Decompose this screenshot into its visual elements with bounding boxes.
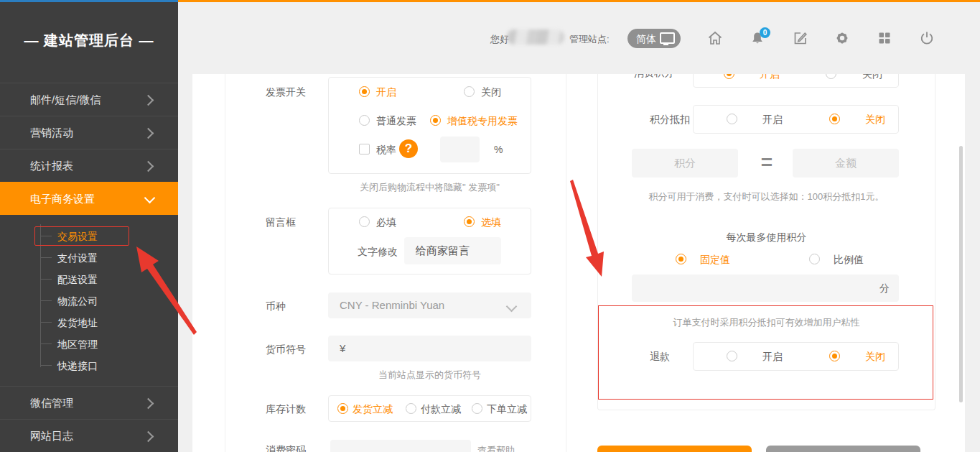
pay-password-input[interactable] — [330, 440, 471, 452]
stock-ship-option[interactable]: 发货立减 — [353, 403, 393, 416]
apps-grid-icon[interactable] — [876, 29, 893, 47]
max-points-title: 每次最多使用积分 — [598, 231, 935, 244]
help-question-icon[interactable]: ? — [399, 139, 418, 158]
refund-off-option[interactable]: 关闭 — [865, 351, 885, 364]
invoice-off-option[interactable]: 关闭 — [481, 86, 501, 99]
sidebar-subitem-region-management[interactable]: 地区管理 — [57, 338, 98, 351]
vat-invoice-radio[interactable] — [430, 115, 441, 126]
sidebar-item-mail-sms-wechat[interactable]: 邮件/短信/微信 — [0, 83, 178, 116]
currency-symbol-hint: 当前站点显示的货币符号 — [328, 369, 531, 382]
points-deduct-off-option[interactable]: 关闭 — [865, 114, 885, 126]
tree-tick — [40, 343, 52, 344]
invoice-on-option[interactable]: 开启 — [376, 86, 396, 99]
bell-badge: 0 — [760, 27, 770, 38]
currency-value: CNY - Renminbi Yuan — [340, 299, 444, 311]
amount-input[interactable]: 金额 — [793, 149, 899, 177]
points-switch-off-option[interactable]: 关闭 — [862, 74, 882, 81]
refund-off-radio[interactable] — [829, 351, 840, 361]
tree-tick — [40, 365, 52, 366]
save-button[interactable] — [597, 446, 752, 452]
submenu-tree-line — [40, 224, 41, 367]
sidebar-subitem-payment-settings[interactable]: 支付设置 — [57, 252, 98, 265]
chevron-down-icon — [506, 301, 518, 313]
fixed-value-radio[interactable] — [676, 254, 686, 264]
header-top-strip — [178, 0, 980, 2]
stock-pay-radio[interactable] — [406, 403, 416, 414]
view-help-link[interactable]: 查看帮助 — [477, 444, 515, 452]
tree-tick — [40, 322, 52, 323]
chevron-right-icon — [143, 95, 154, 106]
max-points-input[interactable] — [632, 275, 899, 302]
equals-sign: = — [758, 149, 775, 177]
sidebar-subitem-shipping-address[interactable]: 发货地址 — [57, 317, 98, 330]
chevron-right-icon — [143, 398, 154, 410]
points-deduct-hint: 积分可用于消费，支付时可以选择如：100积分抵扣1元。 — [598, 190, 935, 203]
tax-rate-label: 税率 — [376, 144, 396, 157]
ratio-value-option[interactable]: 比例值 — [834, 254, 864, 267]
chevron-right-icon — [143, 161, 154, 172]
sidebar-item-site-log[interactable]: 网站日志 — [0, 419, 178, 452]
settings-gear-icon[interactable] — [834, 29, 851, 47]
message-required-option[interactable]: 必填 — [376, 216, 396, 229]
invoice-switch-label: 发票开关 — [266, 86, 306, 99]
tree-tick — [40, 279, 52, 280]
points-input[interactable]: 积分 — [632, 149, 738, 177]
sidebar-subitem-logistics-company[interactable]: 物流公司 — [57, 295, 98, 308]
cancel-button[interactable] — [766, 446, 920, 452]
normal-invoice-radio[interactable] — [359, 115, 370, 126]
refund-on-radio[interactable] — [727, 351, 737, 361]
manage-site-label: 管理站点: — [569, 33, 610, 46]
fixed-value-option[interactable]: 固定值 — [700, 254, 730, 267]
currency-label: 币种 — [266, 300, 286, 313]
chevron-down-icon — [144, 193, 156, 204]
refund-on-option[interactable]: 开启 — [762, 351, 783, 364]
sidebar-item-wechat-management[interactable]: 微信管理 — [0, 386, 178, 419]
points-switch-on-option[interactable]: 开启 — [760, 74, 780, 81]
sidebar-item-ecommerce-settings[interactable]: 电子商务设置 — [0, 182, 178, 215]
points-deduct-off-radio[interactable] — [829, 114, 840, 124]
ratio-value-radio[interactable] — [809, 254, 820, 264]
points-deduct-on-option[interactable]: 开启 — [762, 114, 783, 126]
points-settings-card: 消费积分 开启 关闭 积分抵扣 开启 关闭 积分 = 金额 积分可用于消费，支付… — [597, 74, 935, 410]
invoice-off-radio[interactable] — [464, 86, 475, 97]
stock-order-radio[interactable] — [472, 403, 482, 414]
sidebar-item-marketing[interactable]: 营销活动 — [0, 116, 178, 149]
points-deduct-on-radio[interactable] — [727, 114, 737, 124]
points-unit-suffix: 分 — [879, 282, 890, 295]
sidebar-subitem-delivery-settings[interactable]: 配送设置 — [57, 274, 98, 287]
monitor-icon — [660, 32, 675, 44]
language-site-button[interactable]: 简体 — [627, 29, 681, 48]
home-icon[interactable] — [706, 29, 724, 47]
percent-sign: % — [494, 144, 503, 155]
message-required-radio[interactable] — [359, 216, 370, 227]
message-text-input[interactable]: 给商家留言 — [404, 237, 501, 264]
redacted-username — [507, 29, 564, 45]
language-label: 简体 — [636, 33, 656, 46]
tree-tick — [40, 257, 52, 258]
tax-rate-input[interactable] — [440, 137, 480, 162]
refund-label: 退款 — [650, 351, 670, 364]
stock-ship-radio[interactable] — [337, 403, 348, 414]
message-optional-radio[interactable] — [464, 216, 475, 227]
tree-tick — [40, 300, 52, 301]
message-optional-option[interactable]: 选填 — [481, 216, 501, 229]
stock-order-option[interactable]: 下单立减 — [487, 403, 527, 416]
vat-invoice-option[interactable]: 增值税专用发票 — [447, 115, 518, 128]
text-edit-label: 文字修改 — [358, 246, 398, 259]
currency-symbol-input[interactable]: ¥ — [328, 336, 531, 361]
normal-invoice-option[interactable]: 普通发票 — [376, 115, 416, 128]
sidebar: — 建站管理后台 — 邮件/短信/微信 营销活动 统计报表 电子商务设置 交易设… — [0, 2, 178, 452]
edit-icon[interactable] — [792, 29, 809, 47]
vertical-scrollbar[interactable] — [959, 146, 963, 402]
sidebar-item-statistics[interactable]: 统计报表 — [0, 149, 178, 182]
currency-select[interactable]: CNY - Renminbi Yuan — [328, 292, 531, 318]
invoice-on-radio[interactable] — [359, 86, 370, 97]
sidebar-subitem-express-interface[interactable]: 快递接口 — [57, 360, 98, 373]
points-deduct-label: 积分抵扣 — [650, 114, 690, 126]
stock-pay-option[interactable]: 付款立减 — [421, 403, 461, 416]
card-border — [225, 74, 225, 452]
power-logout-icon[interactable] — [918, 29, 935, 47]
sidebar-subitem-trade-settings[interactable]: 交易设置 — [57, 231, 98, 244]
points-sticky-hint: 订单支付时采用积分抵扣可有效增加用户粘性 — [598, 316, 935, 329]
tax-rate-checkbox[interactable] — [359, 144, 370, 154]
